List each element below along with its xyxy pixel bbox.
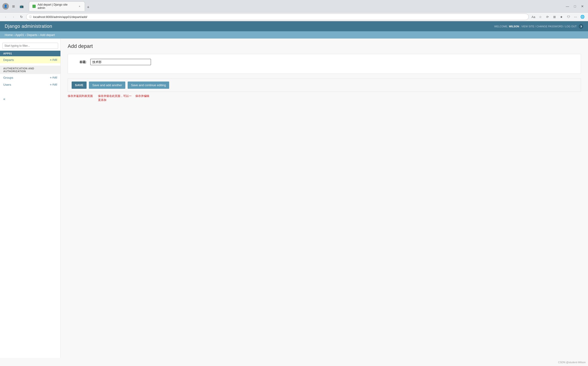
save-button[interactable]: SAVE — [72, 82, 87, 89]
title-label: 标题: — [73, 60, 87, 64]
extensions-icon[interactable]: ⊞ — [10, 3, 17, 10]
collections-icon[interactable]: 🛡 — [565, 14, 572, 20]
sidebar-groups-add-link[interactable]: + Add — [50, 76, 57, 79]
sidebar-users-add-label: Add — [52, 83, 57, 86]
avatar-icon: 👤 — [2, 3, 9, 10]
cast-icon[interactable]: 📺 — [18, 3, 25, 10]
sidebar-item-groups[interactable]: Groups + Add — [0, 74, 60, 81]
view-site-link[interactable]: VIEW SITE — [521, 25, 534, 28]
bookmark-icon[interactable]: ☆ — [537, 14, 544, 20]
forward-button[interactable]: › — [10, 14, 17, 20]
separator3: / — [564, 25, 565, 28]
django-admin-app: Django administration WELCOME, WILSON . … — [0, 21, 588, 358]
add-depart-form: 标题: — [68, 54, 581, 74]
sidebar-item-users[interactable]: Users + Add — [0, 81, 60, 88]
browser-sync-icon[interactable]: ⟳ — [544, 14, 551, 20]
change-password-link[interactable]: CHANGE PASSWORD — [537, 25, 563, 28]
reader-mode-icon[interactable]: Aa — [530, 14, 537, 20]
breadcrumb-app01[interactable]: App01 — [15, 33, 24, 37]
django-admin-header: Django administration WELCOME, WILSON . … — [0, 21, 588, 31]
sidebar-filter-input[interactable] — [2, 43, 58, 49]
maximize-button[interactable]: □ — [572, 3, 578, 10]
browser-tabs: Add depart | Django site admin × + — [27, 1, 562, 11]
back-button[interactable]: ‹ — [2, 14, 9, 20]
sidebar-section-auth[interactable]: AUTHENTICATION AND AUTHORIZATION — [0, 66, 60, 74]
sidebar: APP01 Departs + Add AUTHENTICATION AND A… — [0, 38, 61, 358]
breadcrumb-sep2: › — [25, 33, 26, 37]
separator2: / — [535, 25, 536, 28]
new-tab-button[interactable]: + — [85, 4, 91, 10]
browser-toolbar: ‹ › ↻ ⓘ localhost:8000/admin/app01/depar… — [0, 12, 588, 21]
theme-toggle-button[interactable]: ◑ — [579, 24, 583, 29]
plus-icon-groups: + — [50, 76, 51, 79]
plus-icon-users: + — [50, 83, 51, 86]
content-area: Add depart 标题: SAVE Save and add another… — [61, 38, 588, 358]
more-tools-icon[interactable]: ⋯ — [572, 14, 579, 20]
page-title: Add depart — [68, 43, 581, 49]
breadcrumb: Home › App01 › Departs › Add depart — [0, 31, 588, 38]
sidebar-departs-add-label: Add — [52, 58, 57, 61]
favorites-icon[interactable]: ★ — [558, 14, 565, 20]
address-text: localhost:8000/admin/app01/depart/add/ — [33, 15, 87, 19]
username: WILSON — [509, 25, 519, 28]
sidebar-section-app01[interactable]: APP01 — [0, 51, 60, 56]
breadcrumb-sep1: › — [14, 33, 15, 37]
save-and-continue-button[interactable]: Save and continue editing — [128, 82, 169, 89]
refresh-button[interactable]: ↻ — [18, 14, 25, 20]
close-button[interactable]: ✕ — [579, 3, 586, 10]
tab-close-button[interactable]: × — [78, 4, 81, 8]
add-annotation: 保存并留在此页面，可以一直添加 — [98, 94, 133, 102]
lock-icon: ⓘ — [29, 15, 32, 19]
logout-link[interactable]: LOG OUT — [565, 25, 577, 28]
breadcrumb-home[interactable]: Home — [5, 33, 13, 37]
user-info: WELCOME, WILSON . VIEW SITE / CHANGE PAS… — [494, 24, 583, 29]
continue-annotation: 保存并编辑 — [135, 94, 159, 102]
title-input[interactable] — [90, 59, 151, 65]
sidebar-groups-label: Groups — [3, 76, 13, 79]
split-screen-icon[interactable]: ⊞ — [551, 14, 558, 20]
window-controls: — □ ✕ — [564, 3, 586, 10]
address-bar[interactable]: ⓘ localhost:8000/admin/app01/depart/add/ — [26, 14, 529, 20]
tab-favicon-icon — [32, 5, 36, 8]
sidebar-groups-add-label: Add — [52, 76, 57, 79]
form-row-title: 标题: — [73, 59, 576, 65]
sidebar-collapse-button[interactable]: « — [0, 95, 60, 103]
breadcrumb-current: Add depart — [40, 33, 55, 37]
browser-titlebar: 👤 ⊞ 📺 Add depart | Django site admin × +… — [0, 0, 588, 12]
sidebar-departs-label: Departs — [3, 58, 14, 62]
annotation-row: 保存并返回列表页面 保存并留在此页面，可以一直添加 保存并编辑 — [68, 94, 581, 102]
active-tab[interactable]: Add depart | Django site admin × — [29, 1, 85, 11]
minimize-button[interactable]: — — [564, 3, 571, 10]
site-title: Django administration — [5, 23, 52, 29]
browser-chrome: 👤 ⊞ 📺 Add depart | Django site admin × +… — [0, 0, 588, 21]
breadcrumb-sep3: › — [38, 33, 39, 37]
main-layout: APP01 Departs + Add AUTHENTICATION AND A… — [0, 38, 588, 358]
browser-toolbar-icons: Aa ☆ ⟳ ⊞ ★ 🛡 ⋯ 🌐 — [530, 14, 586, 20]
sidebar-departs-add-link[interactable]: + Add — [50, 58, 57, 62]
save-and-add-button[interactable]: Save and add another — [89, 82, 125, 89]
breadcrumb-departs[interactable]: Departs — [27, 33, 37, 37]
sidebar-item-departs[interactable]: Departs + Add — [0, 56, 60, 63]
plus-icon: + — [50, 58, 51, 62]
browser-window-controls: 👤 ⊞ 📺 — [2, 3, 25, 10]
submit-row: SAVE Save and add another Save and conti… — [68, 78, 581, 92]
welcome-prefix: WELCOME, — [494, 25, 508, 28]
edge-icon: 🌐 — [579, 14, 586, 20]
sidebar-users-add-link[interactable]: + Add — [50, 83, 57, 86]
save-annotation: 保存并返回列表页面 — [68, 94, 96, 102]
tab-title: Add depart | Django site admin — [37, 3, 76, 10]
sidebar-users-label: Users — [3, 83, 11, 86]
